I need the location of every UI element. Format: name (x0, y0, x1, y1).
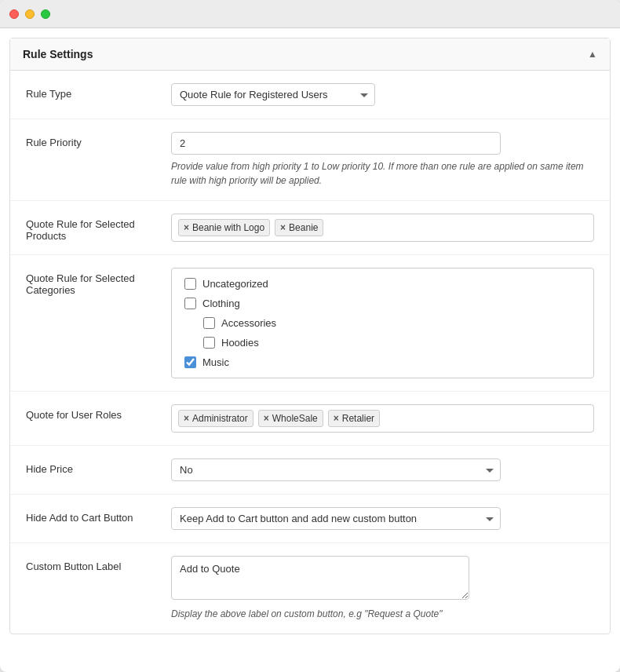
custom-button-label-control: Add to Quote Display the above label on … (171, 556, 594, 621)
quote-rule-categories-label: Quote Rule for Selected Categories (26, 268, 171, 296)
category-clothing-checkbox[interactable] (184, 298, 196, 309)
user-roles-tag-container[interactable]: × Administrator × WholeSale × Retalier (171, 404, 594, 433)
rule-type-row: Rule Type Quote Rule for Registered User… (10, 71, 610, 119)
panel-title: Rule Settings (23, 48, 93, 60)
custom-button-label-textarea[interactable]: Add to Quote (171, 556, 469, 600)
hide-cart-button-control: Keep Add to Cart button and add new cust… (171, 507, 594, 530)
quote-rule-products-row: Quote Rule for Selected Products × Beani… (10, 201, 610, 255)
custom-button-label-label: Custom Button Label (26, 556, 171, 572)
hide-cart-button-select-wrapper: Keep Add to Cart button and add new cust… (171, 507, 501, 530)
rule-priority-hint: Provide value from high priority 1 to Lo… (171, 159, 594, 188)
tag-administrator-remove[interactable]: × (184, 414, 189, 423)
category-accessories-label: Accessories (221, 317, 276, 329)
hide-price-select[interactable]: No Yes (171, 458, 501, 481)
category-hoodies-label: Hoodies (221, 337, 259, 349)
category-clothing-label: Clothing (202, 298, 240, 309)
custom-button-label-hint: Display the above label on custom button… (171, 607, 594, 621)
category-music: Music (184, 356, 581, 368)
tag-beanie-remove[interactable]: × (280, 223, 286, 232)
tag-beanie: × Beanie (275, 219, 323, 236)
tag-beanie-logo-text: Beanie with Logo (192, 222, 264, 233)
panel-header[interactable]: Rule Settings ▲ (10, 38, 610, 71)
hide-price-row: Hide Price No Yes (10, 446, 610, 495)
hide-cart-button-label: Hide Add to Cart Button (26, 507, 171, 524)
category-uncategorized-checkbox[interactable] (184, 278, 196, 290)
rule-priority-label: Rule Priority (26, 132, 171, 148)
panel-body: Rule Type Quote Rule for Registered User… (10, 71, 610, 634)
maximize-button[interactable] (41, 9, 50, 19)
collapse-icon[interactable]: ▲ (588, 49, 597, 60)
tag-beanie-logo: × Beanie with Logo (178, 219, 270, 236)
title-bar (0, 0, 620, 28)
rule-priority-control: Provide value from high priority 1 to Lo… (171, 132, 594, 188)
category-clothing: Clothing (184, 298, 581, 309)
tag-administrator: × Administrator (178, 410, 253, 427)
category-accessories: Accessories (184, 317, 581, 329)
close-button[interactable] (9, 9, 19, 19)
quote-user-roles-row: Quote for User Roles × Administrator × W… (10, 392, 610, 446)
rule-settings-panel: Rule Settings ▲ Rule Type Quote Rule for… (9, 38, 611, 634)
category-music-label: Music (202, 356, 229, 368)
quote-rule-categories-row: Quote Rule for Selected Categories Uncat… (10, 255, 610, 392)
tag-administrator-text: Administrator (192, 413, 248, 424)
quote-rule-categories-control: Uncategorized Clothing Accessories (171, 268, 594, 378)
tag-wholesale-remove[interactable]: × (264, 414, 269, 423)
category-accessories-checkbox[interactable] (203, 317, 215, 329)
quote-user-roles-control: × Administrator × WholeSale × Retalier (171, 404, 594, 433)
tag-retalier-remove[interactable]: × (334, 414, 339, 423)
quote-rule-products-control: × Beanie with Logo × Beanie (171, 214, 594, 242)
tag-beanie-text: Beanie (289, 222, 318, 233)
hide-cart-button-row: Hide Add to Cart Button Keep Add to Cart… (10, 495, 610, 543)
category-hoodies-checkbox[interactable] (203, 337, 215, 349)
hide-price-label: Hide Price (26, 458, 171, 475)
hide-price-control: No Yes (171, 458, 594, 481)
main-window: Rule Settings ▲ Rule Type Quote Rule for… (0, 0, 620, 672)
quote-user-roles-label: Quote for User Roles (26, 404, 171, 421)
category-uncategorized: Uncategorized (184, 278, 581, 290)
category-music-checkbox[interactable] (184, 356, 196, 368)
hide-price-select-wrapper: No Yes (171, 458, 501, 481)
tag-wholesale-text: WholeSale (272, 413, 318, 424)
tag-retalier-text: Retalier (342, 413, 374, 424)
quote-rule-products-label: Quote Rule for Selected Products (26, 214, 171, 242)
rule-type-control: Quote Rule for Registered Users Quote Ru… (171, 83, 594, 106)
hide-cart-button-select[interactable]: Keep Add to Cart button and add new cust… (171, 507, 501, 530)
rule-priority-input[interactable] (171, 132, 501, 155)
rule-type-label: Rule Type (26, 83, 171, 100)
category-uncategorized-label: Uncategorized (202, 278, 268, 290)
tag-retalier: × Retalier (328, 410, 380, 427)
rule-type-select[interactable]: Quote Rule for Registered Users Quote Ru… (171, 83, 375, 106)
products-tag-container[interactable]: × Beanie with Logo × Beanie (171, 214, 594, 242)
category-hoodies: Hoodies (184, 337, 581, 349)
rule-priority-row: Rule Priority Provide value from high pr… (10, 119, 610, 201)
custom-button-label-row: Custom Button Label Add to Quote Display… (10, 543, 610, 634)
tag-wholesale: × WholeSale (258, 410, 323, 427)
categories-checkbox-group: Uncategorized Clothing Accessories (171, 268, 594, 378)
tag-beanie-logo-remove[interactable]: × (184, 223, 189, 232)
minimize-button[interactable] (25, 9, 35, 19)
